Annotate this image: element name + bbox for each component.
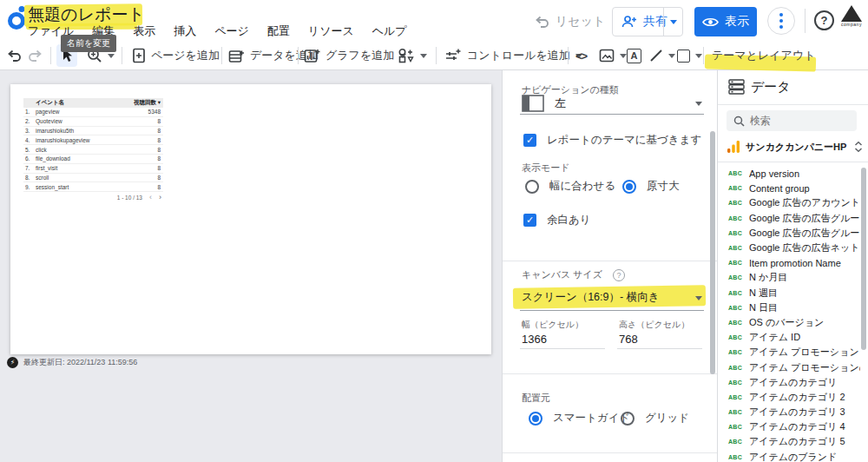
actual-size-option[interactable]: 原寸大 — [622, 179, 680, 194]
search-box[interactable] — [727, 110, 857, 131]
field-label: アイテムのカテゴリ 5 — [749, 435, 845, 448]
nav-type-dropdown[interactable]: 左 — [522, 95, 695, 112]
canvas-size-dropdown[interactable]: スクリーン（16:9）- 横向き — [522, 290, 659, 305]
row-value: 8 — [157, 165, 163, 171]
menu-item[interactable]: 表示 — [133, 23, 155, 39]
help-circle-icon[interactable] — [613, 269, 625, 281]
fields-scrollbar[interactable] — [861, 168, 866, 350]
reset-button[interactable]: リセット — [534, 7, 605, 36]
table-row[interactable]: 2. Quoteview 8 — [23, 117, 163, 127]
field-row[interactable]: ABC Item promotion Name — [718, 255, 862, 270]
field-row[interactable]: ABC アイテムのブランド — [718, 450, 862, 462]
grid-option[interactable]: グリッド — [621, 411, 689, 426]
field-row[interactable]: ABC アイテムのカテゴリ 4 — [718, 419, 862, 434]
field-label: Google 広告の広告ネットワーク ... — [749, 241, 860, 254]
field-type-text-icon: ABC — [728, 305, 742, 311]
theme-checkbox-row[interactable]: レポートのテーマに基づきます — [523, 133, 701, 148]
field-row[interactable]: ABC Google 広告の広告グループ ID — [718, 211, 862, 226]
toolbar-divider — [568, 47, 569, 64]
table-row[interactable]: 7. first_visit 8 — [23, 164, 163, 174]
add-chart-button[interactable]: グラフを追加 — [304, 42, 406, 69]
line-icon — [649, 49, 663, 63]
field-row[interactable]: ABC Google 広告の広告ネットワーク ... — [718, 241, 862, 255]
field-label: Google 広告の広告グループ ID — [749, 212, 860, 225]
share-caret-button[interactable] — [663, 8, 682, 36]
help-button[interactable] — [814, 10, 834, 30]
add-control-button[interactable]: コントロールを追加 — [444, 42, 582, 69]
radio-selected-icon[interactable] — [529, 412, 542, 426]
field-row[interactable]: ABC アイテムのカテゴリ 2 — [718, 390, 862, 405]
table-row[interactable]: 1. pageview 5348 — [23, 108, 163, 117]
field-row[interactable]: ABC N か月目 — [718, 270, 862, 285]
line-tool-button[interactable] — [649, 42, 675, 69]
chevron-down-icon[interactable] — [695, 102, 702, 106]
collapse-icon[interactable] — [853, 141, 864, 153]
undo-button[interactable] — [6, 42, 22, 69]
checkbox-checked-icon[interactable] — [523, 214, 536, 227]
field-row[interactable]: ABC アイテムのカテゴリ 5 — [718, 434, 862, 449]
menu-item[interactable]: ヘルプ — [372, 23, 407, 39]
prev-page-icon[interactable] — [149, 193, 152, 201]
redo-button[interactable] — [28, 42, 43, 69]
table-row[interactable]: 8. scroll 8 — [23, 174, 163, 183]
lightning-icon[interactable] — [7, 357, 18, 368]
field-row[interactable]: ABC アイテム ID — [718, 330, 862, 345]
toolbar-divider — [703, 47, 704, 64]
view-button[interactable]: 表示 — [694, 7, 757, 36]
share-button[interactable]: 共有 — [612, 7, 683, 36]
checkbox-checked-icon[interactable] — [523, 134, 536, 147]
avatar[interactable]: company — [840, 5, 863, 27]
shape-tool-button[interactable] — [677, 42, 702, 69]
report-page[interactable]: イベント名 視聴回数 ▾ 1. pageview 5348 2. — [10, 84, 491, 354]
width-field[interactable]: 1366 — [522, 333, 547, 346]
menu-item[interactable]: リソース — [308, 23, 354, 39]
radio-unselected-icon[interactable] — [621, 412, 635, 426]
field-row[interactable]: ABC Google 広告の広告グループ名 — [718, 226, 862, 241]
next-page-icon[interactable] — [159, 193, 161, 201]
canvas-area[interactable]: イベント名 視聴回数 ▾ 1. pageview 5348 2. — [0, 70, 502, 462]
height-field[interactable]: 768 — [619, 333, 638, 346]
field-row[interactable]: ABC アイテム プロモーションのクリエ... — [718, 360, 862, 374]
radio-selected-icon[interactable] — [622, 180, 636, 194]
chevron-down-icon[interactable] — [695, 296, 702, 300]
margin-checkbox-row[interactable]: 余白あり — [523, 213, 591, 228]
field-row[interactable]: ABC Content group — [718, 181, 862, 195]
smart-guide-option[interactable]: スマートガイド — [529, 411, 630, 426]
properties-scrollbar[interactable] — [710, 131, 715, 374]
radio-unselected-icon[interactable] — [525, 180, 539, 194]
column-metric: 視聴回数 ▾ — [134, 99, 163, 107]
table-row[interactable]: 3. imarushioku5th 8 — [23, 127, 163, 136]
data-source-row[interactable]: サンカクカンパニーHP（APP＋... — [727, 140, 864, 154]
row-value: 8 — [157, 137, 163, 143]
field-row[interactable]: ABC N 日目 — [718, 300, 862, 315]
field-row[interactable]: ABC Google 広告のアカウント名 — [718, 195, 862, 210]
add-page-button[interactable]: ページを追加 — [132, 42, 220, 69]
community-viz-button[interactable] — [398, 42, 427, 69]
avatar-caption: company — [840, 22, 863, 27]
search-input[interactable] — [750, 115, 845, 127]
view-label: 表示 — [725, 14, 749, 30]
table-row[interactable]: 6. file_download 8 — [23, 155, 163, 164]
field-row[interactable]: ABC アイテムのカテゴリ — [718, 375, 862, 390]
field-row[interactable]: ABC N 週目 — [718, 286, 862, 300]
row-rank: 6. — [23, 155, 36, 162]
table-row[interactable]: 9. session_start 8 — [23, 182, 163, 192]
theme-layout-button[interactable]: テーマとレイアウト — [712, 42, 815, 69]
menu-item[interactable]: ページ — [214, 23, 249, 39]
add-control-label: コントロールを追加 — [467, 48, 570, 63]
more-menu-button[interactable] — [767, 7, 795, 35]
image-tool-button[interactable] — [599, 42, 627, 69]
field-row[interactable]: ABC OS のバージョン — [718, 315, 862, 330]
menu-item[interactable]: 挿入 — [174, 23, 196, 39]
fit-width-option[interactable]: 幅に合わせる — [525, 179, 615, 194]
text-tool-button[interactable] — [627, 42, 641, 69]
chevron-down-icon — [108, 54, 115, 58]
embed-button[interactable] — [575, 42, 587, 69]
field-row[interactable]: ABC アイテム プロモーション ID — [718, 345, 862, 360]
table-row[interactable]: 5. click 8 — [23, 145, 163, 155]
field-row[interactable]: ABC アイテムのカテゴリ 3 — [718, 405, 862, 419]
menu-item[interactable]: 配置 — [267, 23, 290, 39]
events-table[interactable]: イベント名 視聴回数 ▾ 1. pageview 5348 2. — [23, 98, 163, 202]
table-row[interactable]: 4. imarushiokupageview 8 — [23, 135, 163, 145]
field-row[interactable]: ABC App version — [718, 166, 862, 181]
